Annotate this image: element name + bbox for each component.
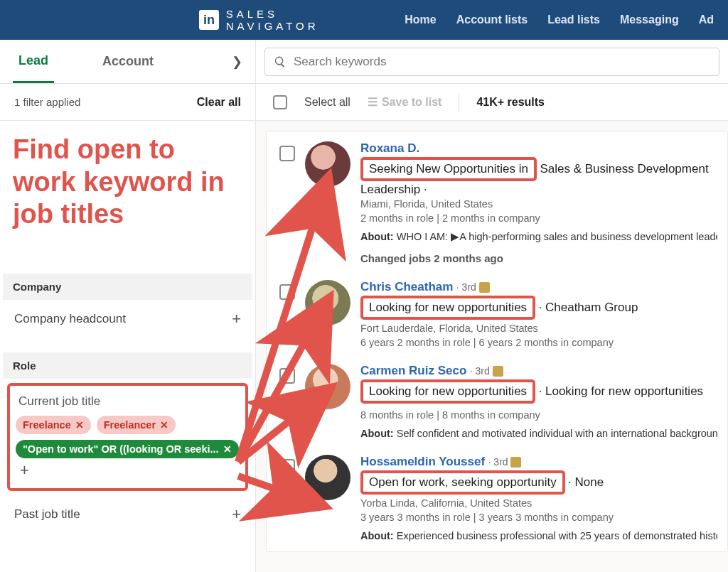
- plus-icon: +: [232, 310, 241, 328]
- tenure: 6 years 2 months in role | 6 years 2 mon…: [360, 337, 717, 348]
- save-to-list-button[interactable]: ☰ Save to list: [368, 95, 441, 109]
- result-count: 41K+ results: [476, 96, 545, 109]
- filter-label: Past job title: [14, 507, 80, 522]
- nav-lead-lists[interactable]: Lead lists: [547, 14, 600, 26]
- chip-exclude-freelancer[interactable]: Freelancer ✕: [97, 416, 176, 434]
- results-toolbar: Select all ☰ Save to list 41K+ results: [256, 84, 728, 120]
- chip-label: Freelance: [23, 419, 71, 431]
- connection-degree: · 3rd: [456, 281, 479, 293]
- remove-chip-icon[interactable]: ✕: [75, 419, 84, 431]
- connection-degree: · 3rd: [488, 456, 511, 468]
- select-all-checkbox[interactable]: [273, 95, 287, 109]
- tenure: 8 months in role | 8 months in company: [360, 409, 717, 421]
- premium-badge-icon: [479, 282, 490, 293]
- clear-all-button[interactable]: Clear all: [197, 96, 241, 109]
- connection-degree: · 3rd: [470, 365, 493, 377]
- section-role: Role: [3, 352, 252, 379]
- nav-messaging[interactable]: Messaging: [620, 14, 679, 26]
- result-row: Hossameldin Youssef · 3rd Open for work,…: [279, 455, 717, 541]
- chip-exclude-freelance[interactable]: Freelance ✕: [16, 416, 91, 434]
- nav-home[interactable]: Home: [405, 14, 436, 26]
- avatar: [305, 455, 350, 500]
- results-card: Roxana D. Seeking New Opportunities in S…: [266, 131, 728, 552]
- remove-chip-icon[interactable]: ✕: [223, 443, 232, 455]
- tab-account[interactable]: Account: [97, 41, 159, 82]
- lead-name-link[interactable]: Hossameldin Youssef: [360, 455, 485, 468]
- filter-past-job-title[interactable]: Past job title +: [3, 495, 252, 534]
- avatar: [305, 141, 350, 187]
- top-nav-bar: in SALES NAVIGATOR Home Account lists Le…: [0, 0, 728, 40]
- chevron-right-icon[interactable]: ❯: [232, 54, 242, 70]
- title-after: · Cheatham Group: [539, 301, 638, 314]
- lead-name-link[interactable]: Roxana D.: [360, 141, 419, 155]
- changed-jobs-badge: Changed jobs 2 months ago: [360, 252, 717, 264]
- brand: in SALES NAVIGATOR: [199, 8, 376, 32]
- result-info: Chris Cheatham · 3rd Looking for new opp…: [360, 280, 717, 348]
- about: About: Experienced business professional…: [360, 530, 717, 541]
- title-after: · Looking for new opportunities: [539, 384, 704, 398]
- title-highlight: Open for work, seeking opportunity: [360, 470, 565, 495]
- row-checkbox[interactable]: [279, 146, 295, 161]
- result-info: Carmen Ruiz Seco · 3rd Looking for new o…: [360, 364, 717, 439]
- nav-account-lists[interactable]: Account lists: [456, 14, 528, 26]
- result-row: Roxana D. Seeking New Opportunities in S…: [279, 141, 717, 264]
- search-type-tabs: Lead Account ❯: [0, 40, 256, 83]
- chip-include-open-to-work[interactable]: "Open to work" OR ((looking OR seeki... …: [16, 440, 239, 458]
- title-highlight: Looking for new opportunities: [360, 296, 535, 320]
- premium-badge-icon: [493, 366, 503, 377]
- search-icon: [274, 55, 287, 68]
- title-highlight: Looking for new opportunities: [360, 379, 535, 404]
- result-info: Roxana D. Seeking New Opportunities in S…: [360, 141, 717, 264]
- lead-name-link[interactable]: Carmen Ruiz Seco: [360, 364, 466, 377]
- add-chip-button[interactable]: +: [16, 458, 240, 482]
- filter-summary: 1 filter applied Clear all: [0, 84, 256, 120]
- location: Miami, Florida, United States: [360, 198, 717, 210]
- nav-admin[interactable]: Ad: [699, 14, 714, 26]
- search-wrap: [256, 40, 728, 83]
- save-to-list-label: Save to list: [382, 96, 441, 109]
- current-job-title-filter: Current job title Freelance ✕ Freelancer…: [7, 383, 248, 491]
- avatar: [305, 364, 350, 409]
- location: Yorba Linda, California, United States: [360, 497, 717, 509]
- linkedin-logo-icon: in: [199, 10, 219, 30]
- search-box[interactable]: [264, 48, 719, 76]
- filter-label: Company headcount: [14, 312, 126, 326]
- title-after: · None: [568, 475, 604, 489]
- results-panel: Roxana D. Seeking New Opportunities in S…: [256, 121, 728, 572]
- remove-chip-icon[interactable]: ✕: [160, 419, 168, 431]
- annotation-headline: Find open to work keyword in job titles: [3, 134, 252, 231]
- filter-summary-row: 1 filter applied Clear all Select all ☰ …: [0, 84, 728, 121]
- result-info: Hossameldin Youssef · 3rd Open for work,…: [360, 455, 717, 541]
- section-company: Company: [3, 274, 252, 300]
- tenure: 3 years 3 months in role | 3 years 3 mon…: [360, 512, 717, 523]
- primary-nav: Home Account lists Lead lists Messaging …: [405, 14, 714, 26]
- premium-badge-icon: [510, 457, 521, 468]
- tenure: 2 months in role | 2 months in company: [360, 212, 717, 224]
- divider: [459, 93, 459, 112]
- row-checkbox[interactable]: [279, 459, 295, 475]
- about: About: WHO I AM: ▶A high-performing sale…: [360, 231, 717, 242]
- result-row: Chris Cheatham · 3rd Looking for new opp…: [279, 280, 717, 348]
- chip-label: Freelancer: [104, 419, 156, 431]
- result-row: Carmen Ruiz Seco · 3rd Looking for new o…: [279, 364, 717, 439]
- chip-row: "Open to work" OR ((looking OR seeki... …: [16, 440, 240, 458]
- row-checkbox[interactable]: [279, 368, 295, 384]
- tab-lead[interactable]: Lead: [13, 41, 54, 83]
- filters-applied-count: 1 filter applied: [14, 96, 80, 108]
- avatar: [305, 280, 350, 325]
- plus-icon: +: [232, 505, 241, 524]
- lead-name-link[interactable]: Chris Cheatham: [360, 280, 453, 293]
- filter-company-headcount[interactable]: Company headcount +: [3, 300, 252, 338]
- title-highlight: Seeking New Opportunities in: [360, 157, 537, 181]
- chip-label: "Open to work" OR ((looking OR seeki...: [23, 443, 219, 455]
- filter-sidebar: Find open to work keyword in job titles …: [0, 121, 256, 572]
- subheader: Lead Account ❯: [0, 40, 728, 84]
- about: About: Self confident and motivated indi…: [360, 428, 717, 439]
- row-checkbox[interactable]: [279, 284, 295, 300]
- chip-row: Freelance ✕ Freelancer ✕: [16, 416, 240, 434]
- select-all-label: Select all: [304, 96, 350, 109]
- main: Find open to work keyword in job titles …: [0, 121, 728, 572]
- list-icon: ☰: [368, 95, 378, 109]
- search-input[interactable]: [294, 55, 710, 69]
- current-job-title-label: Current job title: [16, 390, 240, 413]
